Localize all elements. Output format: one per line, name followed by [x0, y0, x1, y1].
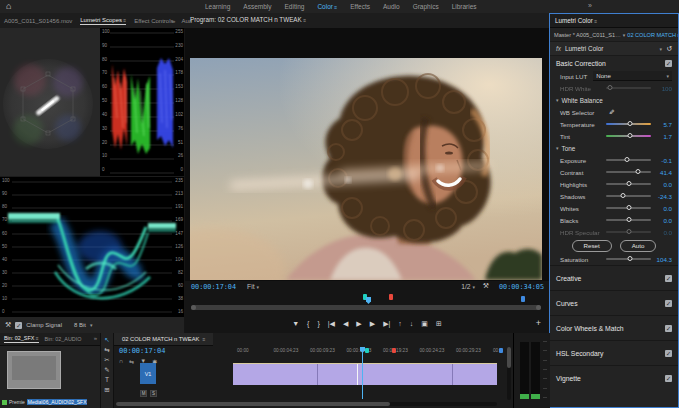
- clip-thumbnail[interactable]: [7, 351, 61, 389]
- slider-value[interactable]: 0.0: [651, 229, 672, 236]
- workspace-tab[interactable]: Graphics: [413, 3, 439, 10]
- bin-tab[interactable]: Bin: 02_SFX: [4, 335, 39, 343]
- slider-track[interactable]: [606, 159, 651, 161]
- blue-marker[interactable]: [521, 296, 525, 302]
- playback-resolution-select[interactable]: 1/2 ▾: [461, 283, 475, 290]
- slider-handle[interactable]: [626, 217, 631, 222]
- program-scrubber-bar[interactable]: [191, 305, 541, 310]
- slider-track[interactable]: [606, 135, 651, 137]
- slider-track[interactable]: [606, 258, 651, 260]
- sequence-clip-label[interactable]: 02 COLOR MATCH n T…: [627, 32, 678, 38]
- slider-handle[interactable]: [635, 169, 640, 174]
- snap-icon[interactable]: ∩: [119, 358, 123, 365]
- timeline-vertical-scrollbar[interactable]: [507, 347, 511, 400]
- slider-track[interactable]: [606, 195, 651, 197]
- program-settings-wrench-icon[interactable]: ⚒: [483, 282, 489, 290]
- slider-value[interactable]: 41.4: [651, 169, 672, 176]
- program-playhead[interactable]: [366, 297, 371, 304]
- panel-tab[interactable]: Effect Controls: [134, 18, 173, 24]
- effect-name[interactable]: Lumetri Color: [565, 45, 603, 52]
- scopes-settings-wrench-icon[interactable]: ⚒: [5, 321, 11, 329]
- chevron-down-icon[interactable]: ▾: [660, 46, 663, 52]
- program-monitor-tab[interactable]: Program: 02 COLOR MATCH n TWEAK: [190, 16, 306, 23]
- slider-value[interactable]: 5.7: [651, 121, 672, 128]
- play-button[interactable]: ▶: [356, 319, 361, 329]
- lift-button[interactable]: ↑: [398, 319, 402, 329]
- slider-value[interactable]: 0.0: [651, 205, 672, 212]
- slider-handle[interactable]: [620, 193, 625, 198]
- slider-value[interactable]: -24.3: [651, 193, 672, 200]
- slider-handle[interactable]: [628, 121, 633, 126]
- lumetri-color-tab[interactable]: Lumetri Color: [550, 14, 678, 28]
- section-checkbox[interactable]: [665, 300, 672, 307]
- slider-value[interactable]: 0.0: [651, 181, 672, 188]
- linked-selection-icon[interactable]: ⇆: [129, 358, 134, 365]
- mute-track-button[interactable]: M: [140, 390, 147, 397]
- track-select-tool[interactable]: ⇆: [104, 346, 109, 354]
- slider-handle[interactable]: [627, 256, 632, 261]
- slider-value[interactable]: 104.3: [651, 256, 672, 263]
- razor-tool[interactable]: ✂: [104, 356, 109, 364]
- pen-tool[interactable]: ✎: [104, 366, 109, 374]
- timeline-horizontal-scrollbar[interactable]: [116, 402, 497, 406]
- reset-effect-icon[interactable]: ↺: [666, 45, 672, 53]
- slider-value[interactable]: 1.7: [651, 133, 672, 140]
- video-track-header-v1[interactable]: V1: [140, 363, 156, 384]
- red-marker[interactable]: [392, 348, 396, 353]
- auto-button[interactable]: Auto: [620, 240, 657, 252]
- lumetri-section-row[interactable]: Creative: [550, 265, 678, 290]
- lumetri-section-row[interactable]: Vignette: [550, 365, 678, 390]
- slider-track[interactable]: [606, 231, 651, 233]
- selection-tool[interactable]: ↖: [104, 336, 109, 344]
- slider-value[interactable]: 0.0: [651, 217, 672, 224]
- slider-handle[interactable]: [628, 133, 633, 138]
- button-editor-plus-button[interactable]: +: [536, 318, 541, 328]
- slider-value[interactable]: 100: [651, 85, 672, 92]
- slider-track[interactable]: [606, 183, 651, 185]
- timeline-playhead[interactable]: [362, 347, 363, 399]
- slider-value[interactable]: -0.1: [651, 157, 672, 164]
- slider-track[interactable]: [606, 87, 651, 89]
- lumetri-section-row[interactable]: Color Wheels & Match: [550, 315, 678, 340]
- workspace-tab[interactable]: Assembly: [243, 3, 271, 10]
- basic-correction-checkbox[interactable]: [665, 60, 672, 67]
- bin-tab[interactable]: Bin: 02_AUDIO: [45, 336, 82, 342]
- mark-out-button[interactable]: }: [317, 319, 319, 329]
- timeline-current-timecode[interactable]: 00:00:17:04: [119, 347, 165, 355]
- lumetri-section-row[interactable]: Curves: [550, 290, 678, 315]
- bin-tabs-overflow-icon[interactable]: »: [94, 335, 97, 341]
- workspace-tab[interactable]: Effects: [350, 3, 370, 10]
- input-lut-select[interactable]: None ▾: [593, 71, 672, 81]
- audio-meters-panel[interactable]: [513, 333, 550, 408]
- zoom-level-select[interactable]: Fit ▾: [247, 283, 259, 290]
- timeline-ruler[interactable]: 00:0000:00:04:2300:00:09:2300:00:14:2300…: [237, 347, 507, 357]
- workspace-tab[interactable]: Audio: [383, 3, 400, 10]
- workspace-tab[interactable]: Libraries: [452, 3, 477, 10]
- reset-button[interactable]: Reset: [572, 240, 612, 252]
- slider-track[interactable]: [606, 207, 651, 209]
- workspace-tab[interactable]: Editing: [285, 3, 305, 10]
- section-checkbox[interactable]: [665, 375, 672, 382]
- clamp-signal-checkbox[interactable]: [15, 322, 22, 329]
- selected-clip-name[interactable]: PremieMedia\06_AUDIO\02_SFX: [2, 399, 98, 405]
- export-frame-button[interactable]: ▣: [421, 319, 428, 329]
- basic-correction-header[interactable]: Basic Correction: [550, 56, 678, 70]
- panel-tab[interactable]: A005_C011_S01456.mov: [4, 18, 72, 24]
- mark-in-button[interactable]: {: [307, 319, 309, 329]
- lumetri-section-row[interactable]: HSL Secondary: [550, 340, 678, 365]
- video-clip-v1[interactable]: [233, 363, 497, 385]
- red-marker[interactable]: [389, 294, 393, 300]
- sequence-tab[interactable]: 02 COLOR MATCH n TWEAK: [114, 333, 213, 346]
- type-tool[interactable]: T: [105, 376, 109, 384]
- slider-handle[interactable]: [626, 229, 631, 234]
- master-clip-select[interactable]: Master * A005_C011_S1…: [554, 32, 621, 38]
- slider-track[interactable]: [606, 123, 651, 125]
- hand-tool[interactable]: ⊞: [104, 386, 109, 394]
- slider-handle[interactable]: [626, 181, 631, 186]
- section-checkbox[interactable]: [665, 350, 672, 357]
- tone-header[interactable]: ▾ Tone: [550, 142, 678, 154]
- bit-depth-select[interactable]: 8 Bit: [74, 322, 86, 328]
- workspace-tab[interactable]: Learning: [205, 3, 230, 10]
- cyan-marker[interactable]: [365, 348, 369, 353]
- go-to-in-button[interactable]: |◀: [328, 319, 335, 329]
